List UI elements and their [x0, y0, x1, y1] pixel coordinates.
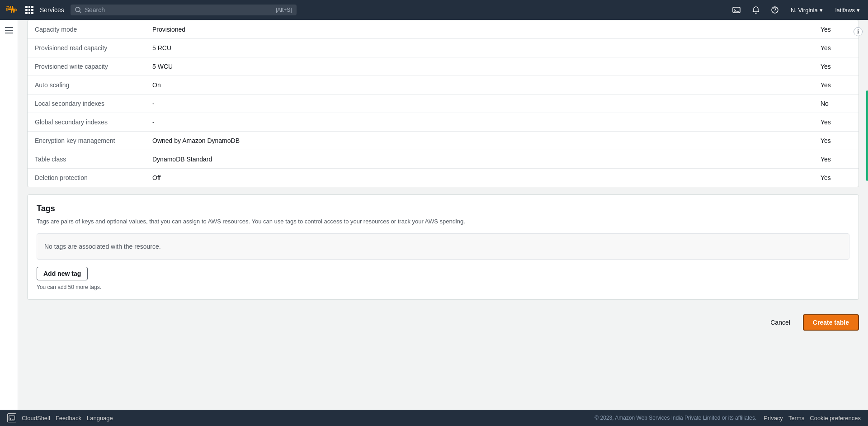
row-label: Provisioned read capacity	[28, 39, 145, 57]
row-value: Off	[145, 169, 813, 187]
row-free-tier: No	[813, 95, 859, 113]
row-value: 5 WCU	[145, 57, 813, 76]
top-navigation: Services [Alt+S]	[0, 0, 868, 20]
row-free-tier: Yes	[813, 132, 859, 150]
row-value: 5 RCU	[145, 39, 813, 57]
row-value: -	[145, 113, 813, 132]
row-label: Auto scaling	[28, 76, 145, 95]
row-value: DynamoDB Standard	[145, 150, 813, 169]
help-button[interactable]	[769, 4, 781, 16]
row-label: Capacity mode	[28, 20, 145, 39]
table-row: Table class DynamoDB Standard Yes	[28, 150, 859, 169]
review-table: Capacity mode Provisioned Yes Provisione…	[28, 20, 859, 187]
table-row: Global secondary indexes - Yes	[28, 113, 859, 132]
sidebar-toggle-area	[0, 20, 18, 410]
hamburger-button[interactable]	[3, 25, 15, 35]
row-label: Deletion protection	[28, 169, 145, 187]
cancel-button[interactable]: Cancel	[763, 315, 797, 330]
table-row: Local secondary indexes - No	[28, 95, 859, 113]
nav-right-actions: N. Virginia ▾ latifaws ▾	[730, 4, 863, 16]
row-free-tier: Yes	[813, 150, 859, 169]
bottom-bar-right-links: Privacy Terms Cookie preferences	[764, 415, 861, 421]
row-label: Provisioned write capacity	[28, 57, 145, 76]
action-bar: Cancel Create table	[27, 307, 859, 338]
cookie-preferences-link[interactable]: Cookie preferences	[810, 415, 861, 421]
row-free-tier: Yes	[813, 76, 859, 95]
tags-section: Tags Tags are pairs of keys and optional…	[27, 194, 859, 300]
svg-point-5	[774, 12, 775, 13]
row-value: -	[145, 95, 813, 113]
row-free-tier: Yes	[813, 39, 859, 57]
tags-title: Tags	[37, 204, 849, 213]
terms-link[interactable]: Terms	[788, 415, 804, 421]
search-shortcut: [Alt+S]	[276, 7, 292, 13]
row-free-tier: Yes	[813, 113, 859, 132]
feedback-button[interactable]: Feedback	[56, 415, 81, 421]
aws-logo[interactable]	[5, 3, 20, 17]
bottom-bar-right: © 2023, Amazon Web Services India Privat…	[594, 415, 861, 421]
bottom-bar-left: CloudShell Feedback Language	[7, 413, 113, 422]
content-area: Capacity mode Provisioned Yes Provisione…	[18, 20, 868, 410]
row-value: On	[145, 76, 813, 95]
svg-point-0	[75, 7, 80, 12]
table-row: Provisioned write capacity 5 WCU Yes	[28, 57, 859, 76]
tags-limit-note: You can add 50 more tags.	[37, 284, 849, 290]
review-table-section: Capacity mode Provisioned Yes Provisione…	[27, 20, 859, 187]
cloudshell-nav-button[interactable]	[730, 4, 743, 16]
user-menu-button[interactable]: latifaws ▾	[833, 5, 863, 15]
table-row: Provisioned read capacity 5 RCU Yes	[28, 39, 859, 57]
cloudshell-icon	[7, 413, 16, 422]
info-icon[interactable]: ℹ	[854, 27, 863, 36]
row-free-tier: Yes	[813, 57, 859, 76]
copyright-text: © 2023, Amazon Web Services India Privat…	[594, 415, 756, 421]
table-row: Encryption key management Owned by Amazo…	[28, 132, 859, 150]
services-button[interactable]: Services	[37, 5, 67, 15]
add-new-tag-button[interactable]: Add new tag	[37, 267, 88, 280]
row-free-tier: Yes	[813, 20, 859, 39]
row-label: Encryption key management	[28, 132, 145, 150]
table-row: Capacity mode Provisioned Yes	[28, 20, 859, 39]
search-input[interactable]	[85, 6, 272, 14]
tags-description: Tags are pairs of keys and optional valu…	[37, 217, 849, 226]
row-value: Provisioned	[145, 20, 813, 39]
row-label: Global secondary indexes	[28, 113, 145, 132]
table-row: Auto scaling On Yes	[28, 76, 859, 95]
search-icon	[75, 7, 81, 13]
create-table-button[interactable]: Create table	[803, 314, 859, 331]
grid-menu-icon[interactable]	[25, 6, 33, 14]
bottom-bar: CloudShell Feedback Language © 2023, Ama…	[0, 410, 868, 426]
cloudshell-button[interactable]: CloudShell	[22, 415, 50, 421]
row-free-tier: Yes	[813, 169, 859, 187]
region-button[interactable]: N. Virginia ▾	[788, 5, 826, 15]
search-bar: [Alt+S]	[71, 5, 297, 15]
no-tags-message: No tags are associated with the resource…	[37, 233, 849, 260]
privacy-link[interactable]: Privacy	[764, 415, 783, 421]
row-value: Owned by Amazon DynamoDB	[145, 132, 813, 150]
language-button[interactable]: Language	[87, 415, 113, 421]
scroll-indicator	[866, 90, 868, 181]
row-label: Table class	[28, 150, 145, 169]
svg-line-1	[80, 11, 81, 13]
table-row: Deletion protection Off Yes	[28, 169, 859, 187]
notifications-button[interactable]	[750, 4, 762, 16]
row-label: Local secondary indexes	[28, 95, 145, 113]
